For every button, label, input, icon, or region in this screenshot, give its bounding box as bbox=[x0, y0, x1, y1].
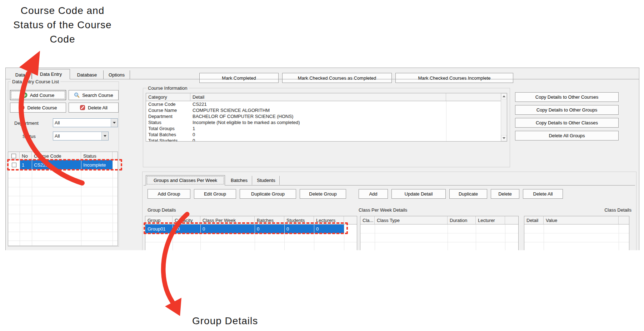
info-row[interactable]: Total Groups 1 bbox=[146, 125, 507, 132]
course-list-empty-grid bbox=[8, 169, 118, 246]
annotation-top-note: Course Code and Status of the Course Cod… bbox=[4, 4, 121, 46]
info-row[interactable]: Status Incomplete (Not eligible to be ma… bbox=[146, 119, 507, 125]
info-row[interactable]: Course Name COMPUTER SCIENCE ALGORITHM bbox=[146, 107, 507, 113]
course-info-header: Category Detail bbox=[146, 93, 507, 101]
add-class-label: Add bbox=[369, 191, 377, 197]
delete-all-classes-button[interactable]: Delete All bbox=[523, 189, 563, 199]
top-note-line3: Code bbox=[4, 32, 121, 46]
copy-details-courses-label: Copy Details to Other Courses bbox=[535, 94, 598, 100]
info-detail: 1 bbox=[190, 125, 507, 132]
header-value[interactable]: Value bbox=[544, 216, 619, 224]
copy-details-courses-button[interactable]: Copy Details to Other Courses bbox=[515, 92, 619, 102]
update-detail-button[interactable]: Update Detail bbox=[391, 189, 446, 199]
annotation-box-group-row bbox=[144, 222, 348, 234]
add-group-label: Add Group bbox=[158, 191, 180, 197]
chevron-down-icon[interactable] bbox=[101, 132, 108, 140]
header-filler bbox=[505, 216, 518, 224]
duplicate-group-button[interactable]: Duplicate Group bbox=[240, 189, 296, 199]
search-course-button[interactable]: Search Course bbox=[69, 90, 119, 100]
status-label: Status bbox=[23, 134, 36, 139]
delete-all-groups-button[interactable]: Delete All Groups bbox=[515, 131, 619, 140]
top-note-line2: Status of the Course bbox=[4, 18, 121, 32]
header-class-type[interactable]: Class Type bbox=[375, 216, 448, 224]
header-duration[interactable]: Duration bbox=[448, 216, 476, 224]
grid-vline bbox=[505, 224, 505, 250]
select-all-checkbox[interactable] bbox=[11, 154, 16, 158]
vertical-scrollbar[interactable] bbox=[501, 93, 507, 141]
grid-vline bbox=[20, 160, 20, 246]
tab-options-label: Options bbox=[109, 72, 125, 78]
department-select[interactable]: All bbox=[53, 118, 118, 127]
tab-groups-classes[interactable]: Groups and Classes Per Week bbox=[146, 175, 225, 186]
grid-vline bbox=[81, 160, 81, 246]
delete-all-classes-label: Delete All bbox=[533, 191, 553, 197]
info-detail: COMPUTER SCIENCE ALGORITHM bbox=[190, 107, 507, 113]
class-details-empty-grid bbox=[524, 224, 629, 250]
status-value: All bbox=[53, 132, 101, 140]
course-info-table: Category Detail Course Code CS221 Course… bbox=[146, 93, 507, 142]
info-row[interactable]: Department BACHELOR OF COMPUTER SCIENCE … bbox=[146, 113, 507, 119]
scroll-down-icon[interactable] bbox=[501, 135, 507, 141]
tab-data[interactable]: Data bbox=[9, 70, 32, 79]
add-course-button[interactable]: Add Course bbox=[10, 90, 66, 100]
header-filler bbox=[446, 93, 495, 101]
duplicate-class-button[interactable]: Duplicate bbox=[449, 189, 487, 199]
header-no[interactable]: No bbox=[20, 152, 32, 160]
search-icon bbox=[74, 92, 80, 98]
info-row[interactable]: Total Batches 0 bbox=[146, 132, 507, 138]
delete-course-button[interactable]: Delete Course bbox=[10, 103, 66, 113]
info-detail: 0 bbox=[190, 132, 507, 138]
tab-data-entry[interactable]: Data Entry bbox=[32, 69, 70, 79]
tab-database[interactable]: Database bbox=[71, 70, 104, 79]
annotation-box-course-row bbox=[7, 159, 122, 171]
delete-all-button[interactable]: Delete All bbox=[69, 103, 119, 113]
class-details-table: Detail Value bbox=[524, 216, 629, 250]
mark-completed-label: Mark Completed bbox=[222, 75, 256, 81]
add-icon bbox=[22, 92, 28, 98]
copy-details-groups-label: Copy Details to Other Groups bbox=[536, 107, 598, 113]
header-detail[interactable]: Detail bbox=[524, 216, 544, 224]
add-group-button[interactable]: Add Group bbox=[148, 189, 190, 199]
header-course-code[interactable]: Course Code bbox=[32, 152, 81, 160]
header-status[interactable]: Status bbox=[81, 152, 113, 160]
mark-checked-incomplete-button[interactable]: Mark Checked Courses Incomplete bbox=[395, 73, 513, 83]
tab-students[interactable]: Students bbox=[253, 176, 280, 185]
delete-class-button[interactable]: Delete bbox=[491, 189, 519, 199]
header-filler bbox=[113, 152, 118, 160]
info-category: Status bbox=[146, 119, 190, 125]
copy-details-classes-button[interactable]: Copy Details to Other Classes bbox=[515, 118, 619, 128]
header-category[interactable]: Category bbox=[146, 93, 190, 101]
delete-group-label: Delete Group bbox=[309, 191, 336, 197]
tab-data-label: Data bbox=[15, 72, 25, 78]
grid-vline bbox=[448, 224, 448, 250]
tabstrip-baseline bbox=[6, 79, 639, 79]
tab-options[interactable]: Options bbox=[104, 70, 130, 79]
info-row[interactable]: Total Students 0 bbox=[146, 138, 507, 142]
info-row[interactable]: Course Code CS221 bbox=[146, 101, 507, 107]
page: { "annotations": { "top_note": {"line1":… bbox=[0, 0, 644, 331]
header-checkbox-cell[interactable] bbox=[8, 152, 20, 160]
info-category: Course Code bbox=[146, 101, 190, 107]
info-detail: BACHELOR OF COMPUTER SCIENCE (HONS) bbox=[190, 113, 507, 119]
update-detail-label: Update Detail bbox=[405, 191, 433, 197]
department-label: Department bbox=[14, 120, 39, 126]
header-lecturer[interactable]: Lecturer bbox=[476, 216, 505, 224]
scroll-up-icon[interactable] bbox=[501, 93, 507, 99]
delete-group-button[interactable]: Delete Group bbox=[300, 189, 346, 199]
chevron-down-icon[interactable] bbox=[111, 119, 118, 127]
top-note-line1: Course Code and bbox=[4, 4, 121, 18]
mark-completed-button[interactable]: Mark Completed bbox=[199, 73, 279, 83]
info-detail: CS221 bbox=[190, 101, 507, 107]
mark-checked-completed-button[interactable]: Mark Checked Courses as Completed bbox=[282, 73, 392, 83]
info-category: Course Name bbox=[146, 107, 190, 113]
tab-batches[interactable]: Batches bbox=[226, 176, 252, 185]
add-class-button[interactable]: Add bbox=[359, 189, 388, 199]
status-select[interactable]: All bbox=[53, 132, 109, 140]
copy-details-groups-button[interactable]: Copy Details to Other Groups bbox=[515, 105, 619, 115]
header-cla[interactable]: Cla... bbox=[360, 216, 375, 224]
grid-vline bbox=[544, 224, 544, 250]
group-details-label: Group Details bbox=[148, 207, 176, 213]
class-per-week-table: Cla... Class Type Duration Lecturer bbox=[360, 216, 519, 250]
edit-group-button[interactable]: Edit Group bbox=[194, 189, 236, 199]
header-detail[interactable]: Detail bbox=[190, 93, 446, 101]
